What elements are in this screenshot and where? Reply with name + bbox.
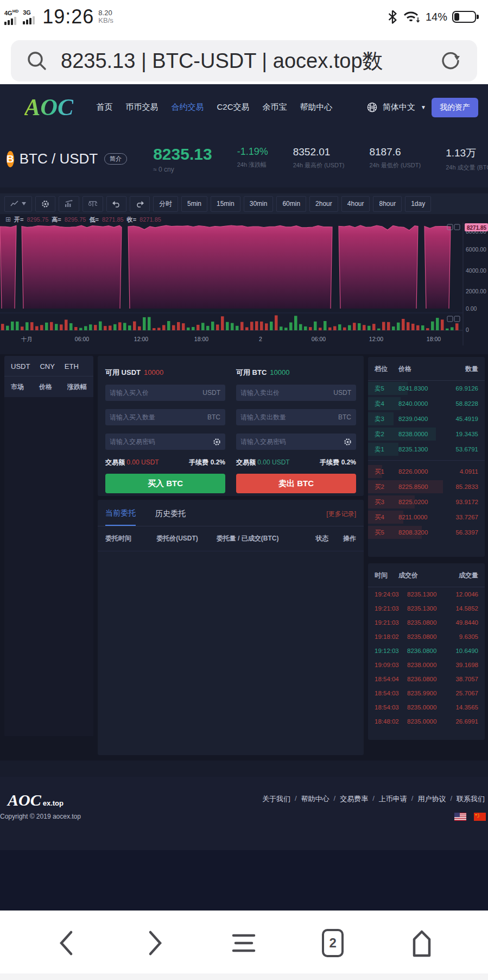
svg-text:6000.00: 6000.00 <box>466 246 486 253</box>
more-records-link[interactable]: [更多记录] <box>326 510 356 525</box>
grid-icon[interactable]: ⊞ <box>5 216 11 223</box>
nav-item-2[interactable]: 币币交易 <box>125 102 158 112</box>
network-type-label-2: 3G <box>23 10 31 15</box>
gear-icon[interactable] <box>344 438 352 446</box>
footer-link-1[interactable]: 关于我们 <box>262 794 290 804</box>
orderbook-row-卖4[interactable]: 卖48240.000058.8228 <box>368 396 485 411</box>
orderbook-row-卖5[interactable]: 卖58241.830069.9126 <box>368 381 485 396</box>
svg-text:8271.85: 8271.85 <box>467 225 487 231</box>
chart-type-button[interactable] <box>4 196 32 212</box>
url-bar[interactable]: 8235.13 | BTC-USDT | aocex.top数 <box>11 40 477 81</box>
interval-button-60min[interactable]: 60min <box>276 196 306 212</box>
interval-button-2hour[interactable]: 2hour <box>309 196 338 212</box>
undo-icon[interactable] <box>106 196 126 212</box>
back-button[interactable] <box>49 926 84 960</box>
orderbook-row-买2[interactable]: 买28225.850085.2833 <box>368 479 485 494</box>
link-separator: / <box>372 794 375 804</box>
trade-price: 8236.0800 <box>407 676 455 682</box>
tabs-button[interactable]: 2 <box>315 926 350 960</box>
pair-title: BTC / USDT <box>20 150 98 167</box>
market-tab-eth[interactable]: ETH <box>65 362 79 370</box>
refresh-icon[interactable] <box>438 48 463 73</box>
orderbook-col-3: 数量 <box>465 365 478 374</box>
buy-price-field[interactable]: USDT <box>105 385 225 401</box>
aoc-logo[interactable]: AOC <box>24 96 73 120</box>
orderbook-row-卖1[interactable]: 卖18235.130053.6791 <box>368 442 485 457</box>
orderbook-row-买1[interactable]: 买18226.00004.0911 <box>368 464 485 479</box>
sell-amount-input[interactable] <box>236 409 338 425</box>
compare-icon[interactable] <box>83 196 103 212</box>
interval-button-1day[interactable]: 1day <box>405 196 431 212</box>
history-col-2: 成交价 <box>398 571 459 580</box>
url-text[interactable]: 8235.13 | BTC-USDT | aocex.top数 <box>61 47 438 75</box>
network-type-label: 4GHD <box>4 9 18 16</box>
stat-value: 1.13万 <box>446 146 488 160</box>
orderbook-row-买4[interactable]: 买48211.000033.7267 <box>368 510 485 525</box>
nav-item-3[interactable]: 合约交易 <box>171 102 204 112</box>
trade-price: 8235.9900 <box>407 690 455 696</box>
us-flag-icon[interactable] <box>454 813 466 821</box>
trade-amount: 25.7067 <box>455 690 478 696</box>
footer-link-3[interactable]: 交易费率 <box>340 794 368 804</box>
buy-amount-field[interactable]: BTC <box>105 409 225 425</box>
trade-price: 8238.0000 <box>407 662 455 668</box>
language-selector[interactable]: 简体中文 <box>383 102 415 112</box>
price-chart[interactable]: 8000.006000.004000.002000.000.0008271.85… <box>0 223 488 352</box>
chart-settings-icon[interactable] <box>35 196 55 212</box>
footer-link-5[interactable]: 用户协议 <box>417 794 446 804</box>
pair-ticker: B BTC / USDT 简介 8235.13 ≈ 0 cny -1.19%24… <box>0 130 488 187</box>
orderbook-row-卖3[interactable]: 卖38239.040045.4919 <box>368 411 485 426</box>
orderbook-row-买3[interactable]: 买38225.020093.9172 <box>368 494 485 510</box>
orderbook-row-买5[interactable]: 买58208.320056.3397 <box>368 525 485 540</box>
interval-button-[interactable]: 分时 <box>153 196 178 212</box>
gear-icon[interactable] <box>213 438 221 446</box>
trade-price: 8235.0000 <box>407 718 455 725</box>
redo-icon[interactable] <box>130 196 150 212</box>
home-button[interactable] <box>404 926 439 960</box>
orders-tab-1[interactable]: 当前委托 <box>105 508 136 526</box>
level: 卖5 <box>375 385 398 393</box>
nav-item-6[interactable]: 帮助中心 <box>300 102 333 112</box>
nav-item-4[interactable]: C2C交易 <box>217 102 249 112</box>
interval-button-5min[interactable]: 5min <box>181 196 207 212</box>
buy-amount-input[interactable] <box>105 409 207 425</box>
sell-button[interactable]: 卖出 BTC <box>236 474 356 493</box>
buy-price-input[interactable] <box>105 385 202 401</box>
sell-price-field[interactable]: USDT <box>236 385 356 401</box>
last-price-tag: 8000.006000.004000.002000.000.0008271.85… <box>0 223 488 352</box>
market-tab-cny[interactable]: CNY <box>40 362 54 370</box>
my-assets-button[interactable]: 我的资产 <box>432 98 478 117</box>
footer-link-2[interactable]: 帮助中心 <box>301 794 329 804</box>
indicator-icon[interactable] <box>59 196 79 212</box>
price: 8211.0000 <box>398 514 455 520</box>
footer-link-4[interactable]: 上币申请 <box>379 794 407 804</box>
footer-link-6[interactable]: 联系我们 <box>457 794 485 804</box>
sell-password-input[interactable] <box>236 434 344 450</box>
orders-tab-2[interactable]: 历史委托 <box>155 509 186 525</box>
market-tab-usdt[interactable]: USDT <box>11 362 30 370</box>
menu-button[interactable] <box>226 926 261 960</box>
sell-password-field[interactable] <box>236 434 356 450</box>
interval-button-4hour[interactable]: 4hour <box>341 196 370 212</box>
svg-text:12:00: 12:00 <box>369 336 383 342</box>
interval-button-15min[interactable]: 15min <box>211 196 240 212</box>
intro-badge[interactable]: 简介 <box>104 153 127 165</box>
stat-value: -1.19% <box>237 146 268 158</box>
wifi-icon <box>402 10 421 24</box>
interval-button-8hour[interactable]: 8hour <box>373 196 402 212</box>
buy-fee: 手续费 0.2% <box>189 458 225 467</box>
chevron-down-icon[interactable]: ▼ <box>421 104 426 110</box>
interval-button-30min[interactable]: 30min <box>244 196 274 212</box>
globe-icon[interactable] <box>367 102 377 112</box>
cn-flag-icon[interactable] <box>474 813 486 821</box>
nav-item-1[interactable]: 首页 <box>96 102 112 112</box>
footer-logo[interactable]: AOCex.top <box>8 792 64 808</box>
nav-item-5[interactable]: 余币宝 <box>263 102 287 112</box>
forward-button[interactable] <box>138 926 173 960</box>
sell-amount-field[interactable]: BTC <box>236 409 356 425</box>
buy-password-field[interactable] <box>105 434 225 450</box>
buy-button[interactable]: 买入 BTC <box>105 474 225 493</box>
buy-password-input[interactable] <box>105 434 213 450</box>
sell-price-input[interactable] <box>236 385 333 401</box>
orderbook-row-卖2[interactable]: 卖28238.000019.3435 <box>368 426 485 442</box>
